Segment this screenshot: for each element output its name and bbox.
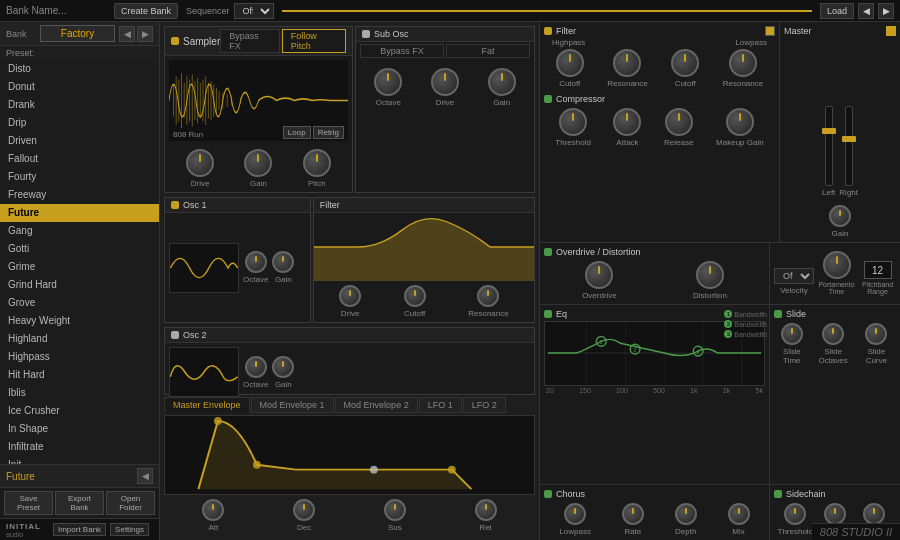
left-fader-thumb[interactable]: [822, 128, 836, 134]
preset-item[interactable]: Drip: [0, 114, 159, 132]
chorus-rate-knob[interactable]: [622, 503, 644, 525]
osc2-gain-knob[interactable]: [272, 356, 294, 378]
master-envelope-tab[interactable]: Master Envelope: [164, 397, 250, 413]
mod-envelope-2-tab[interactable]: Mod Envelope 2: [335, 397, 418, 413]
threshold-knob[interactable]: [559, 108, 587, 136]
sub-fat-tab[interactable]: Fat: [446, 44, 530, 58]
preset-item[interactable]: Iblis: [0, 384, 159, 402]
preset-item[interactable]: Infiltrate: [0, 438, 159, 456]
preset-item[interactable]: Donut: [0, 78, 159, 96]
import-bank-button[interactable]: Import Bank: [53, 523, 106, 536]
osc2-octave-knob[interactable]: [245, 356, 267, 378]
slide-time-knob[interactable]: [781, 323, 803, 345]
osc1-dot[interactable]: [171, 201, 179, 209]
preset-item[interactable]: Disto: [0, 60, 159, 78]
sub-bypass-fx-tab[interactable]: Bypass FX: [360, 44, 444, 58]
preset-item[interactable]: In Shape: [0, 420, 159, 438]
chorus-mix-knob[interactable]: [728, 503, 750, 525]
osc1-octave-knob[interactable]: [245, 251, 267, 273]
preset-item[interactable]: Fourty: [0, 168, 159, 186]
preset-item[interactable]: Highland: [0, 330, 159, 348]
preset-item[interactable]: Gang: [0, 222, 159, 240]
lp-cutoff-knob[interactable]: [671, 49, 699, 77]
settings-button[interactable]: Settings: [110, 523, 149, 536]
sampler-tabs: Bypass FX Follow Pitch: [220, 29, 346, 53]
sequencer-dropdown[interactable]: Off: [234, 3, 274, 19]
release-knob[interactable]: [475, 499, 497, 521]
current-preset-nav[interactable]: ◀: [137, 468, 153, 484]
attack-comp-knob[interactable]: [613, 108, 641, 136]
save-preset-button[interactable]: Save Preset: [4, 491, 53, 515]
chorus-depth-knob[interactable]: [675, 503, 697, 525]
slide-curve-knob[interactable]: [865, 323, 887, 345]
master-gain-knob[interactable]: [829, 205, 851, 227]
preset-item[interactable]: Gotti: [0, 240, 159, 258]
decay-knob[interactable]: [293, 499, 315, 521]
loop-button[interactable]: Loop: [283, 126, 311, 139]
preset-item[interactable]: Grind Hard: [0, 276, 159, 294]
preset-item[interactable]: Heavy Weight: [0, 312, 159, 330]
bank-name-field[interactable]: Bank Name...: [6, 5, 106, 16]
preset-item[interactable]: Init: [0, 456, 159, 464]
create-bank-button[interactable]: Create Bank: [114, 3, 178, 19]
preset-item[interactable]: Highpass: [0, 348, 159, 366]
osc2-dot[interactable]: [171, 331, 179, 339]
release-comp-group: Release: [664, 108, 693, 147]
export-bank-button[interactable]: Export Bank: [55, 491, 104, 515]
sustain-knob[interactable]: [384, 499, 406, 521]
bank-nav-left[interactable]: ◀: [119, 26, 135, 42]
velocity-dropdown[interactable]: Off: [774, 268, 814, 284]
preset-item[interactable]: Future: [0, 204, 159, 222]
preset-item[interactable]: Ice Crusher: [0, 402, 159, 420]
sidechain-threshold-knob[interactable]: [784, 503, 806, 525]
seq-nav-left[interactable]: ◀: [858, 3, 874, 19]
bypass-fx-tab[interactable]: Bypass FX: [220, 29, 279, 53]
preset-item[interactable]: Freeway: [0, 186, 159, 204]
chorus-lowpass-knob[interactable]: [564, 503, 586, 525]
right-fader-thumb[interactable]: [842, 136, 856, 142]
lp-resonance-knob[interactable]: [729, 49, 757, 77]
sub-osc-dot[interactable]: [362, 30, 370, 38]
retrig-button[interactable]: Retrig: [313, 126, 344, 139]
sampler-active-dot[interactable]: [171, 37, 179, 45]
filter-cutoff-knob[interactable]: [404, 285, 426, 307]
load-button[interactable]: Load: [820, 3, 854, 19]
pitchband-value[interactable]: 12: [864, 261, 892, 279]
lfo-2-tab[interactable]: LFO 2: [463, 397, 506, 413]
hp-cutoff-knob[interactable]: [556, 49, 584, 77]
release-comp-knob[interactable]: [665, 108, 693, 136]
left-fader[interactable]: [825, 106, 833, 186]
filter-drive-knob[interactable]: [339, 285, 361, 307]
portamento-knob[interactable]: [823, 251, 851, 279]
attack-knob[interactable]: [202, 499, 224, 521]
lfo-1-tab[interactable]: LFO 1: [419, 397, 462, 413]
open-folder-button[interactable]: Open Folder: [106, 491, 155, 515]
distortion-knob[interactable]: [696, 261, 724, 289]
preset-item[interactable]: Fallout: [0, 150, 159, 168]
makeup-gain-knob[interactable]: [726, 108, 754, 136]
filter-resonance-knob[interactable]: [477, 285, 499, 307]
follow-pitch-tab[interactable]: Follow Pitch: [282, 29, 346, 53]
overdrive-knob[interactable]: [585, 261, 613, 289]
bank-nav-right[interactable]: ▶: [137, 26, 153, 42]
osc1-gain-knob[interactable]: [272, 251, 294, 273]
preset-item[interactable]: Grime: [0, 258, 159, 276]
sidechain-release-knob[interactable]: [824, 503, 846, 525]
preset-item[interactable]: Drank: [0, 96, 159, 114]
sub-octave-knob[interactable]: [374, 68, 402, 96]
preset-item[interactable]: Grove: [0, 294, 159, 312]
pitch-knob[interactable]: [303, 149, 331, 177]
right-fader[interactable]: [845, 106, 853, 186]
drive-knob[interactable]: [186, 149, 214, 177]
gain-knob[interactable]: [244, 149, 272, 177]
mod-envelope-1-tab[interactable]: Mod Envelope 1: [251, 397, 334, 413]
slide-octaves-knob[interactable]: [822, 323, 844, 345]
preset-item[interactable]: Driven: [0, 132, 159, 150]
factory-selector[interactable]: Factory: [40, 25, 115, 42]
hp-resonance-knob[interactable]: [613, 49, 641, 77]
sub-gain-knob[interactable]: [488, 68, 516, 96]
seq-nav-right[interactable]: ▶: [878, 3, 894, 19]
sub-drive-knob[interactable]: [431, 68, 459, 96]
preset-item[interactable]: Hit Hard: [0, 366, 159, 384]
sidechain-reduction-knob[interactable]: [863, 503, 885, 525]
